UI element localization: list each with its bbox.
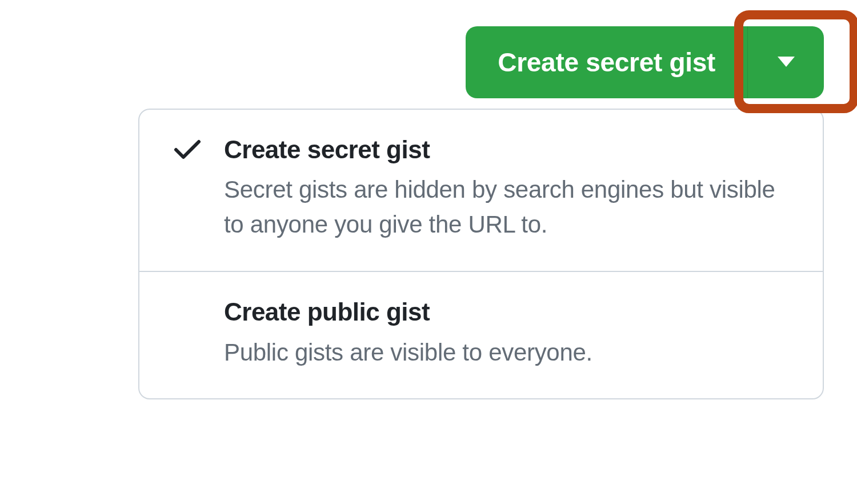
check-icon	[174, 138, 201, 163]
dropdown-item-secret-gist[interactable]: Create secret gist Secret gists are hidd…	[139, 110, 823, 272]
dropdown-item-public-gist[interactable]: Create public gist Public gists are visi…	[139, 272, 823, 398]
caret-down-icon	[778, 57, 795, 69]
dropdown-item-description: Public gists are visible to everyone.	[224, 335, 800, 370]
gist-type-dropdown-menu: Create secret gist Secret gists are hidd…	[138, 109, 824, 399]
dropdown-item-title: Create public gist	[224, 298, 800, 326]
dropdown-toggle-button[interactable]	[747, 26, 824, 98]
create-gist-button[interactable]: Create secret gist	[466, 26, 747, 98]
highlight-annotation	[734, 10, 857, 113]
dropdown-item-title: Create secret gist	[224, 136, 800, 163]
dropdown-item-description: Secret gists are hidden by search engine…	[224, 173, 800, 242]
